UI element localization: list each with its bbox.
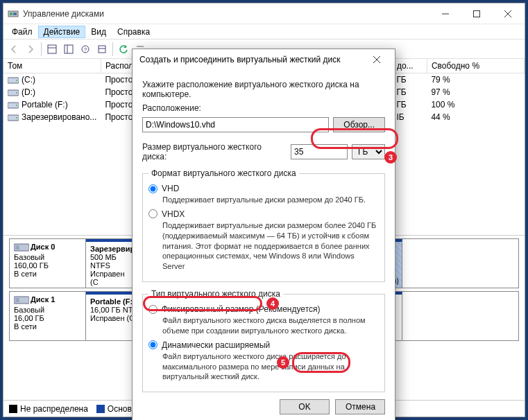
svg-rect-1 — [10, 12, 12, 15]
svg-rect-9 — [65, 45, 73, 53]
location-input[interactable] — [142, 117, 329, 132]
type-fieldset: Тип виртуального жесткого диска Фиксиров… — [142, 289, 385, 392]
app-icon — [8, 8, 19, 19]
size-unit-select[interactable]: ГБ — [352, 144, 385, 159]
dialog-titlebar: Создать и присоединить виртуальный жестк… — [133, 49, 395, 70]
dialog-intro: Укажите расположение виртуального жестко… — [142, 80, 385, 99]
dialog-title: Создать и присоединить виртуальный жестк… — [139, 55, 363, 64]
size-input[interactable] — [291, 144, 348, 159]
svg-point-19 — [16, 80, 17, 81]
menu-file[interactable]: Файл — [6, 26, 38, 38]
menu-help[interactable]: Справка — [112, 26, 155, 38]
toolbar-props[interactable] — [94, 42, 110, 57]
size-label: Размер виртуального жесткого диска: — [142, 142, 287, 161]
location-label: Расположение: — [142, 103, 385, 113]
close-button[interactable] — [492, 4, 523, 24]
window-title: Управление дисками — [23, 9, 429, 19]
vhd-desc: Поддерживает виртуальные диски размером … — [162, 195, 379, 205]
fixed-desc: Файл виртуального жесткого диска выделяе… — [162, 315, 379, 336]
type-legend: Тип виртуального жесткого диска — [148, 289, 283, 299]
svg-rect-13 — [99, 46, 105, 53]
svg-point-23 — [16, 105, 17, 106]
disk-label[interactable]: Диск 1Базовый16,00 ГБВ сети — [10, 292, 86, 340]
svg-point-25 — [16, 117, 17, 119]
col-volume[interactable]: Том — [3, 59, 101, 73]
col-capacity[interactable]: до... — [392, 59, 427, 73]
svg-rect-7 — [48, 45, 56, 53]
titlebar: Управление дисками — [3, 3, 525, 24]
format-legend: Формат виртуального жесткого диска — [148, 168, 299, 178]
svg-rect-29 — [15, 298, 19, 302]
menubar: Файл Действие Вид Справка — [3, 24, 525, 40]
col-freepct[interactable]: Свободно % — [427, 59, 524, 73]
svg-text:?: ? — [84, 46, 87, 53]
svg-rect-27 — [15, 245, 19, 250]
toolbar-help[interactable]: ? — [78, 42, 93, 57]
legend-unallocated: Не распределена — [20, 404, 88, 414]
dynamic-desc: Файл виртуального жесткого диска расширя… — [162, 351, 379, 383]
cancel-button[interactable]: Отмена — [335, 399, 385, 414]
dynamic-radio[interactable]: Динамически расширяемый — [148, 340, 379, 350]
create-vhd-dialog: Создать и присоединить виртуальный жестк… — [132, 49, 395, 420]
minimize-button[interactable] — [429, 4, 461, 24]
forward-button — [23, 42, 38, 57]
format-fieldset: Формат виртуального жесткого диска VHD П… — [142, 168, 385, 282]
partition[interactable]: Зарезервиро500 МБ NTFSИсправен (С — [86, 239, 139, 288]
vhd-radio[interactable]: VHD — [148, 184, 379, 193]
toolbar-view2[interactable] — [61, 42, 76, 57]
disk-label[interactable]: Диск 0Базовый160,00 ГБВ сети — [10, 239, 86, 288]
vhdx-desc: Поддерживает виртуальные диски размером … — [162, 220, 379, 272]
menu-action[interactable]: Действие — [38, 26, 86, 38]
menu-view[interactable]: Вид — [85, 26, 112, 38]
fixed-radio[interactable]: Фиксированный размер (Рекомендуется) — [148, 304, 379, 314]
maximize-button[interactable] — [461, 4, 492, 24]
toolbar-refresh[interactable] — [116, 42, 131, 57]
svg-rect-4 — [473, 10, 479, 17]
browse-button[interactable]: Обзор... — [333, 117, 385, 132]
dialog-close-button[interactable] — [363, 50, 391, 69]
svg-rect-2 — [13, 12, 17, 15]
toolbar-view1[interactable] — [44, 42, 60, 57]
back-button — [6, 42, 22, 57]
ok-button[interactable]: OK — [280, 399, 330, 414]
vhdx-radio[interactable]: VHDX — [148, 209, 379, 219]
svg-point-21 — [16, 92, 17, 94]
